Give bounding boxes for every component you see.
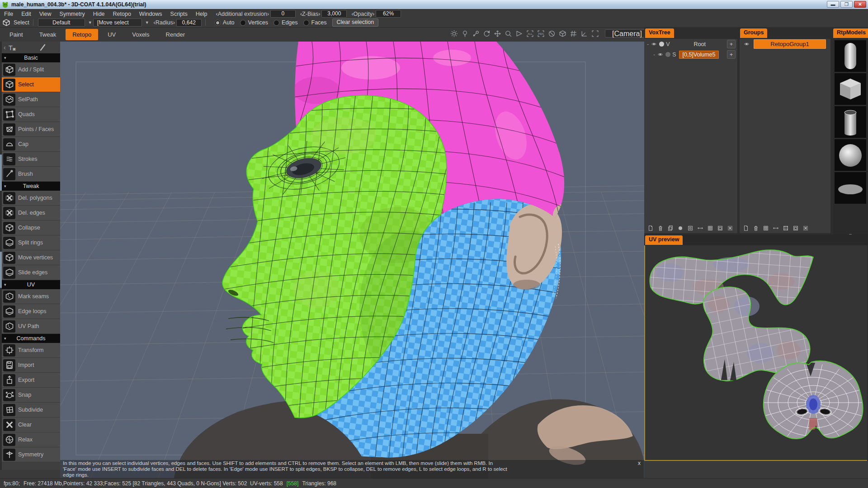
- swap-icon[interactable]: [697, 225, 703, 231]
- rtp-model-disc[interactable]: [835, 172, 866, 204]
- sidebar-item-quads[interactable]: Quads: [2, 107, 60, 122]
- group-row-retopogroup1[interactable]: RetopoGroup1: [740, 39, 830, 49]
- grid-window-icon[interactable]: [792, 225, 799, 231]
- sidebar-item-clear[interactable]: Clear: [2, 418, 60, 432]
- sidebar-item-relax[interactable]: Relax: [2, 432, 60, 447]
- radio-label-edges[interactable]: Edges: [282, 19, 297, 26]
- tab-rtpmodels[interactable]: RtpModels ▼: [833, 28, 868, 38]
- sidebar-section-tweak[interactable]: ▾Tweak: [2, 182, 60, 191]
- tab-voxtree[interactable]: VoxTree: [645, 28, 674, 38]
- section-collapse-icon[interactable]: ▾: [4, 184, 6, 188]
- rtp-model-cube[interactable]: [835, 73, 866, 105]
- perspective-icon[interactable]: [514, 28, 524, 38]
- sidebar-item-del-edges[interactable]: Del. edges: [2, 206, 60, 221]
- chevron-left-icon[interactable]: ‹: [4, 44, 6, 51]
- menu-help[interactable]: Help: [192, 11, 212, 17]
- maximize-icon[interactable]: [590, 28, 600, 38]
- tab-uv[interactable]: UV: [101, 29, 123, 40]
- volume-name[interactable]: [0,5]Volume5: [679, 51, 719, 59]
- close-button[interactable]: ✕: [854, 1, 866, 8]
- add-volume-button[interactable]: +: [727, 50, 736, 59]
- collapse-toggle[interactable]: -: [647, 41, 649, 47]
- sidebar-item-split-rings[interactable]: Split rings: [2, 235, 60, 250]
- text-tool-icon[interactable]: T▣: [9, 44, 16, 52]
- preset-dropdown-arrow[interactable]: ▼: [88, 20, 92, 25]
- pan-view-icon[interactable]: [492, 28, 502, 38]
- axis-icon[interactable]: [579, 28, 589, 38]
- sidebar-item-subdivide[interactable]: Subdivide: [2, 403, 60, 418]
- sidebar-item-points-faces[interactable]: Points / Faces: [2, 122, 60, 137]
- tab-render[interactable]: Render: [159, 29, 192, 40]
- menu-retopo[interactable]: Retopo: [109, 11, 135, 17]
- delete-group-icon[interactable]: [752, 225, 759, 231]
- clear-selection-button[interactable]: Clear selection: [332, 19, 379, 27]
- field-value-additional-extrusion[interactable]: 0: [270, 10, 296, 18]
- section-collapse-icon[interactable]: ▾: [4, 56, 6, 60]
- sidebar-item-snap[interactable]: Snap: [2, 388, 60, 403]
- radio-faces[interactable]: [303, 20, 309, 26]
- tab-uv-preview[interactable]: UV preview: [645, 235, 683, 245]
- sidebar-section-commands[interactable]: ▾Commands: [2, 334, 60, 343]
- grid-small-icon[interactable]: [762, 225, 769, 231]
- sidebar-item-import[interactable]: Import: [2, 358, 60, 373]
- sidebar-section-uv[interactable]: ▾UV: [2, 280, 60, 289]
- radio-label-faces[interactable]: Faces: [311, 19, 327, 26]
- sidebar-item-strokes[interactable]: Strokes: [2, 152, 60, 167]
- camera-dropdown[interactable]: [Camera]: [605, 29, 649, 38]
- menu-scripts[interactable]: Scripts: [166, 11, 192, 17]
- wireframe-cube-icon[interactable]: [557, 28, 567, 38]
- radio-label-vertices[interactable]: Vertices: [248, 19, 268, 26]
- new-group-icon[interactable]: [742, 225, 749, 231]
- sidebar-item-cap[interactable]: Cap: [2, 137, 60, 152]
- minimize-button[interactable]: ▬: [827, 1, 839, 8]
- uv-preview-panel[interactable]: [644, 245, 867, 461]
- frame-pen-icon[interactable]: PEN: [536, 28, 546, 38]
- rtp-model-capsule[interactable]: [835, 40, 866, 72]
- restore-button[interactable]: ❐: [840, 1, 853, 8]
- visibility-eye-icon[interactable]: [743, 41, 750, 47]
- grid-delete-icon[interactable]: [726, 225, 733, 231]
- rtp-model-cylinder[interactable]: [835, 106, 866, 138]
- sidebar-item-del-polygons[interactable]: Del. polygons: [2, 191, 60, 206]
- field-value-z-bias[interactable]: 3,000: [321, 10, 347, 18]
- sidebar-item-selpath[interactable]: SelPath: [2, 92, 60, 107]
- radio-auto[interactable]: [215, 20, 221, 26]
- radius-value[interactable]: 0,642: [176, 19, 202, 27]
- radio-edges[interactable]: [274, 20, 279, 26]
- sidebar-item-collapse[interactable]: Collapse: [2, 221, 60, 235]
- sidebar-item-slide-edges[interactable]: Slide edges: [2, 265, 60, 280]
- sidebar-item-select[interactable]: Select: [2, 77, 60, 92]
- sidebar-item-symmetry[interactable]: Symmetry: [2, 447, 60, 462]
- menu-file[interactable]: File: [0, 11, 17, 17]
- section-collapse-icon[interactable]: ▾: [4, 282, 6, 287]
- grid-delete-icon[interactable]: [802, 225, 809, 231]
- bulb-light-icon[interactable]: [460, 28, 470, 38]
- radio-label-auto[interactable]: Auto: [223, 19, 235, 26]
- menu-windows[interactable]: Windows: [135, 11, 166, 17]
- sphere-icon[interactable]: [677, 225, 684, 231]
- frame-all-icon[interactable]: ALL: [525, 28, 535, 38]
- merge-layer-icon[interactable]: [687, 225, 693, 231]
- tab-tweak[interactable]: Tweak: [33, 29, 63, 40]
- grid-selected-icon[interactable]: [782, 225, 789, 231]
- preset-dropdown[interactable]: Default: [38, 19, 85, 27]
- delete-layer-icon[interactable]: [657, 225, 664, 231]
- rtp-model-sphere[interactable]: [835, 139, 866, 171]
- section-collapse-icon[interactable]: ▾: [4, 336, 6, 341]
- brush-tool-icon[interactable]: [39, 44, 47, 51]
- viewport-3d-scene[interactable]: [60, 42, 644, 478]
- visibility-eye-icon[interactable]: [651, 41, 657, 47]
- menu-edit[interactable]: Edit: [17, 11, 35, 17]
- sidebar-item-move-vertices[interactable]: Move vertices: [2, 250, 60, 265]
- sidebar-item-mark-seams[interactable]: Mark seams: [2, 289, 60, 304]
- volume-name[interactable]: Root: [673, 41, 727, 47]
- menu-hide[interactable]: Hide: [89, 11, 109, 17]
- tab-groups[interactable]: Groups: [740, 28, 767, 38]
- sidebar-item-edge-loops[interactable]: Edge loops: [2, 304, 60, 319]
- viewport-3d[interactable]: In this mode you can select individual v…: [60, 42, 644, 478]
- mode-dropdown-arrow[interactable]: ▼: [145, 20, 149, 25]
- new-layer-icon[interactable]: [647, 225, 654, 231]
- duplicate-layer-icon[interactable]: [667, 225, 674, 231]
- voxtree-row--0-5-volume5[interactable]: -S[0,5]Volume5+: [644, 49, 737, 60]
- sidebar-item-export[interactable]: Export: [2, 373, 60, 388]
